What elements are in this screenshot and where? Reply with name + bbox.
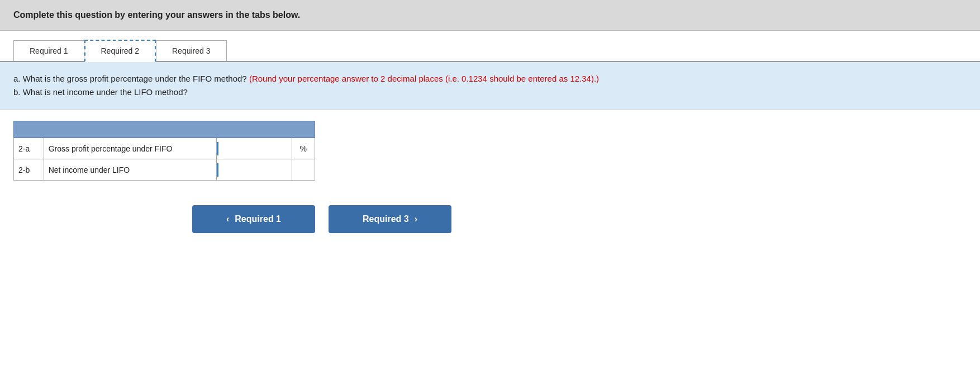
next-button-label: Required 3 (363, 214, 409, 224)
row-id-2b: 2-b (14, 159, 44, 181)
table-section: 2-a Gross profit percentage under FIFO %… (0, 110, 980, 192)
table-header-row (14, 121, 315, 138)
row-id-2a: 2-a (14, 138, 44, 159)
prev-button-label: Required 1 (235, 214, 281, 224)
unit-cell-2b (292, 159, 315, 181)
question-part-a: a. What is the gross profit percentage u… (13, 74, 247, 83)
tab-required3[interactable]: Required 3 (156, 40, 227, 61)
header-bar: Complete this question by entering your … (0, 0, 980, 31)
tab-required2[interactable]: Required 2 (84, 40, 156, 62)
table-row: 2-a Gross profit percentage under FIFO % (14, 138, 315, 159)
question-section: a. What is the gross profit percentage u… (0, 62, 980, 110)
instruction-text: Complete this question by entering your … (13, 10, 300, 20)
answer-input-2a[interactable] (217, 142, 291, 155)
next-chevron-icon: › (415, 214, 417, 224)
question-part-b: b. What is net income under the LIFO met… (13, 87, 188, 97)
question-text: a. What is the gross profit percentage u… (13, 72, 967, 99)
prev-button[interactable]: ‹ Required 1 (192, 205, 315, 233)
page-wrapper: Complete this question by entering your … (0, 0, 980, 388)
row-label-2a: Gross profit percentage under FIFO (44, 138, 217, 159)
answer-table: 2-a Gross profit percentage under FIFO %… (13, 121, 315, 181)
prev-chevron-icon: ‹ (226, 214, 229, 224)
answer-input-2b[interactable] (217, 163, 291, 177)
input-cell-2a (217, 138, 292, 159)
question-part-a-note: (Round your percentage answer to 2 decim… (247, 74, 599, 83)
table-row: 2-b Net income under LIFO (14, 159, 315, 181)
next-button[interactable]: Required 3 › (329, 205, 451, 233)
tabs-section: Required 1 Required 2 Required 3 (0, 31, 980, 62)
input-cell-2b (217, 159, 292, 181)
tab-required1[interactable]: Required 1 (13, 40, 84, 61)
row-label-2b: Net income under LIFO (44, 159, 217, 181)
unit-cell-2a: % (292, 138, 315, 159)
nav-buttons: ‹ Required 1 Required 3 › (179, 192, 980, 247)
